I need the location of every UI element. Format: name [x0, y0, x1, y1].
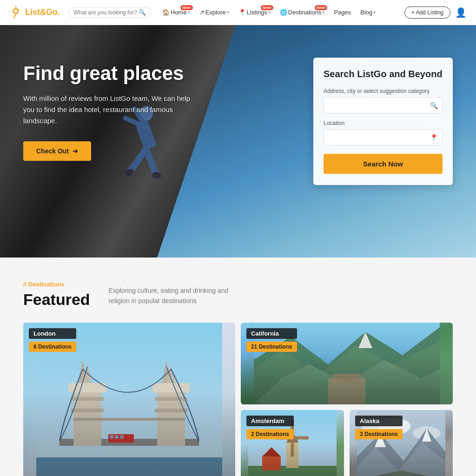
hero-left-panel: Find great places With million of review… [23, 58, 299, 161]
pin-icon: 📍 [238, 9, 246, 16]
nav-item-listings[interactable]: 📍 Listings ▾ New! [235, 7, 274, 18]
london-count: 6 Destinations [29, 342, 76, 352]
search-box-title: Search ListGo and Beyond [324, 69, 443, 79]
location-pin-icon: 📍 [430, 134, 438, 141]
destinations-grid: London 6 Destinations [23, 323, 453, 476]
logo-icon [9, 6, 22, 19]
nav-blog-label: Blog [360, 9, 372, 16]
checkout-button[interactable]: Check Out ➜ [23, 141, 91, 161]
nav-item-explore[interactable]: ↗ Explore ▾ [196, 7, 233, 18]
search-input-icon: 🔍 [430, 102, 438, 109]
new-badge-listings: New! [261, 5, 273, 10]
search-input[interactable] [73, 9, 139, 16]
home-icon: 🏠 [162, 9, 170, 16]
right-column: California 21 Destinations [241, 323, 453, 476]
hero-content: Find great places With million of review… [0, 25, 476, 258]
address-input[interactable] [324, 97, 443, 113]
nav-item-home[interactable]: 🏠 Home ▾ New! [159, 7, 194, 18]
california-labels: California 21 Destinations [246, 328, 297, 352]
section-title: Featured [23, 291, 90, 309]
logo-text: List&Go. [25, 7, 60, 17]
globe-icon: 🌐 [280, 9, 287, 16]
alaska-count: 3 Destinations [355, 429, 403, 439]
user-icon[interactable]: 👤 [455, 7, 467, 18]
bottom-row: Amsterdam 2 Destinations [241, 410, 453, 476]
nav-item-pages[interactable]: Pages [330, 7, 355, 18]
svg-point-1 [14, 9, 18, 13]
london-labels: London 6 Destinations [29, 328, 76, 352]
hero-subtitle: With million of reviews from ListGo team… [23, 93, 200, 126]
alaska-name: Alaska [355, 416, 403, 426]
california-name: California [246, 328, 297, 339]
london-name: London [29, 328, 76, 339]
destination-card-california[interactable]: California 21 Destinations [241, 323, 453, 404]
section-title-block: // Destinations Featured [23, 281, 90, 309]
nav-links: 🏠 Home ▾ New! ↗ Explore ▾ 📍 Listings ▾ N… [159, 7, 404, 18]
section-header: // Destinations Featured Exploring cultu… [23, 281, 453, 309]
chevron-down-icon: ▾ [373, 10, 376, 15]
amsterdam-labels: Amsterdam 2 Destinations [246, 416, 294, 439]
nav-actions: + Add Listing 👤 [404, 7, 467, 19]
chevron-down-icon: ▾ [188, 10, 190, 15]
location-label: Location [324, 120, 443, 126]
logo[interactable]: List&Go. [9, 6, 60, 19]
navbar: List&Go. 🔍 🏠 Home ▾ New! ↗ Explore ▾ 📍 L… [0, 0, 476, 25]
section-description: Exploring culture, eating and drinking a… [109, 281, 248, 306]
alaska-labels: Alaska 3 Destinations [355, 416, 403, 439]
destination-card-london[interactable]: London 6 Destinations [23, 323, 235, 476]
add-listing-button[interactable]: + Add Listing [404, 7, 450, 19]
chevron-down-icon: ▾ [227, 10, 229, 15]
nav-item-blog[interactable]: Blog ▾ [357, 7, 379, 18]
destination-card-alaska[interactable]: Alaska 3 Destinations [350, 410, 453, 476]
nav-search[interactable]: 🔍 [68, 7, 151, 18]
explore-icon: ↗ [199, 9, 205, 16]
amsterdam-count: 2 Destinations [246, 429, 294, 439]
section-tag: // Destinations [23, 281, 90, 288]
california-count: 21 Destinations [246, 342, 297, 352]
search-icon: 🔍 [139, 9, 146, 16]
featured-section: // Destinations Featured Exploring cultu… [0, 258, 476, 476]
new-badge-destinations: New! [315, 5, 327, 10]
address-label: Address, city or select suggestion categ… [324, 88, 443, 94]
new-badge-home: New! [180, 5, 193, 10]
search-now-button[interactable]: Search Now [324, 154, 443, 174]
arrow-right-icon: ➜ [73, 147, 78, 155]
hero-title: Find great places [23, 62, 299, 85]
nav-pages-label: Pages [334, 9, 351, 16]
hero-section: Find great places With million of review… [0, 25, 476, 258]
chevron-down-icon: ▾ [322, 10, 324, 15]
amsterdam-name: Amsterdam [246, 416, 294, 426]
nav-item-destinations[interactable]: 🌐 Destinations ▾ New! [276, 7, 329, 18]
location-input[interactable] [324, 129, 443, 145]
chevron-down-icon: ▾ [268, 10, 271, 15]
destination-card-amsterdam[interactable]: Amsterdam 2 Destinations [241, 410, 344, 476]
search-box: Search ListGo and Beyond Address, city o… [313, 58, 453, 185]
location-input-wrap: 📍 [324, 129, 443, 145]
address-input-wrap: 🔍 [324, 97, 443, 113]
nav-explore-label: Explore [205, 9, 226, 16]
